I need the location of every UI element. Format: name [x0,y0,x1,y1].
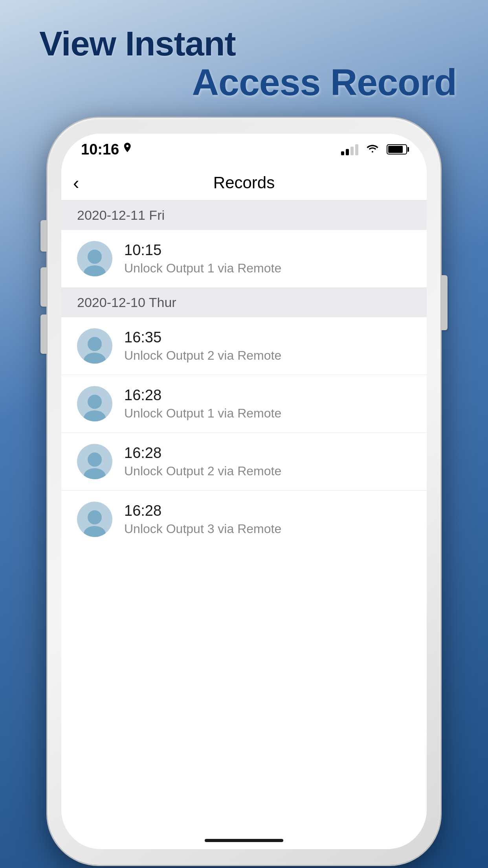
back-button[interactable]: ‹ [73,172,79,193]
svg-point-2 [88,337,102,351]
battery-icon [387,144,407,154]
records-list[interactable]: 2020-12-11 Fri 10:15 Unlock Output 1 via… [61,200,427,548]
date-header-1: 2020-12-10 Thur [61,288,427,317]
volume-down-button [40,314,47,354]
avatar [77,502,112,537]
avatar [77,444,112,479]
svg-point-3 [84,353,106,364]
wifi-icon [365,143,380,156]
record-action: Unlock Output 1 via Remote [124,261,281,276]
avatar [77,241,112,276]
record-time: 16:35 [124,329,281,346]
svg-point-0 [88,250,102,264]
nav-title: Records [213,173,275,192]
record-info: 10:15 Unlock Output 1 via Remote [124,242,281,276]
record-action: Unlock Output 2 via Remote [124,464,281,478]
record-item[interactable]: 16:28 Unlock Output 1 via Remote [61,375,427,433]
headline-line2: Access Record [192,61,457,104]
record-item[interactable]: 16:28 Unlock Output 2 via Remote [61,433,427,491]
signal-icon [341,143,358,155]
status-icons [341,143,407,156]
record-info: 16:28 Unlock Output 2 via Remote [124,445,281,478]
record-item[interactable]: 10:15 Unlock Output 1 via Remote [61,230,427,288]
status-time: 10:16 [81,141,131,158]
svg-point-6 [88,452,102,467]
phone-screen: 10:16 [61,134,427,849]
svg-point-1 [84,265,106,276]
svg-point-4 [88,395,102,409]
record-action: Unlock Output 1 via Remote [124,406,281,421]
home-indicator [205,839,283,842]
record-item[interactable]: 16:28 Unlock Output 3 via Remote [61,491,427,548]
svg-point-5 [84,410,106,421]
record-action: Unlock Output 2 via Remote [124,348,281,363]
phone-outer: 10:16 [48,118,440,865]
location-icon [122,143,131,156]
volume-up-button [40,267,47,307]
status-bar: 10:16 [61,134,427,165]
record-time: 16:28 [124,502,281,519]
record-time: 16:28 [124,445,281,462]
nav-bar: ‹ Records [61,165,427,200]
record-time: 16:28 [124,387,281,404]
power-button [441,275,448,330]
record-info: 16:35 Unlock Output 2 via Remote [124,329,281,363]
phone-mockup: 10:16 [48,118,440,865]
avatar [77,328,112,364]
date-header-0: 2020-12-11 Fri [61,200,427,230]
svg-point-8 [88,510,102,524]
svg-point-7 [84,468,106,479]
record-item[interactable]: 16:35 Unlock Output 2 via Remote [61,317,427,375]
record-info: 16:28 Unlock Output 1 via Remote [124,387,281,421]
record-time: 10:15 [124,242,281,259]
avatar [77,386,112,421]
time-display: 10:16 [81,141,119,158]
headline-line1: View Instant [39,24,236,64]
svg-point-9 [84,526,106,537]
record-action: Unlock Output 3 via Remote [124,522,281,536]
record-info: 16:28 Unlock Output 3 via Remote [124,502,281,536]
